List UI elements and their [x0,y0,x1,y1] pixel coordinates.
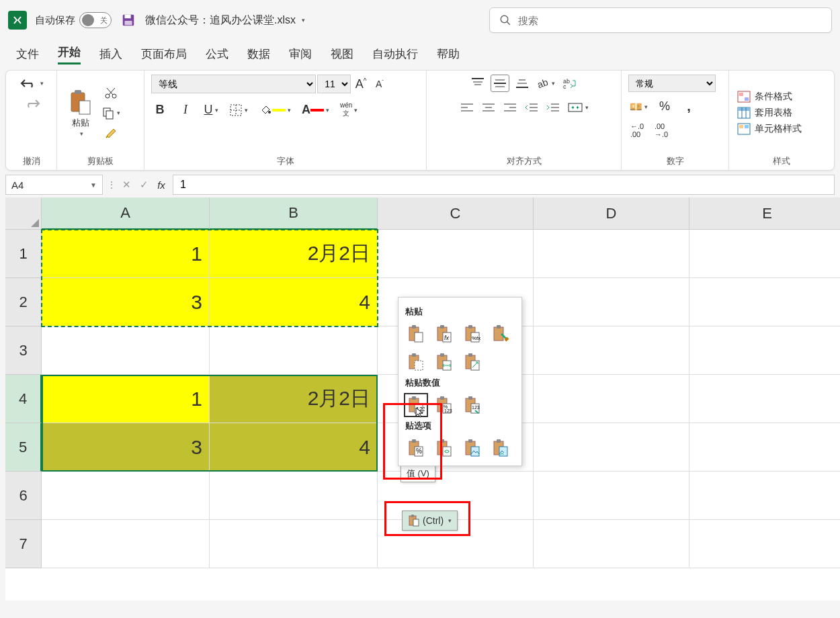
row-header-7[interactable]: 7 [5,520,42,568]
bold-button[interactable]: B [151,101,169,119]
fx-button[interactable]: fx [154,177,169,192]
tab-automate[interactable]: 自动执行 [372,45,418,63]
tab-view[interactable]: 视图 [331,45,353,63]
paste-button[interactable]: 粘贴 ▾ [64,87,97,138]
tab-home[interactable]: 开始 [58,43,81,64]
format-painter-button[interactable] [102,124,120,142]
undo-button[interactable]: ▾ [18,75,45,92]
paste-transpose-button[interactable] [460,350,485,374]
italic-button[interactable]: I [177,101,194,119]
cell-D5[interactable] [534,423,689,472]
font-color-button[interactable]: A▾ [300,101,331,119]
comma-button[interactable]: , [680,97,698,116]
col-header-A[interactable]: A [42,197,210,230]
paste-linked-picture-button[interactable] [489,436,513,460]
row-header-6[interactable]: 6 [5,472,42,520]
search-input[interactable] [518,15,822,26]
name-box[interactable]: A4 ▼ [5,175,103,195]
tab-help[interactable]: 帮助 [437,45,460,63]
cell-A5[interactable]: 3 [42,423,210,472]
decrease-font-button[interactable]: Aˇ [371,75,388,93]
cell-B7[interactable] [210,520,378,568]
paste-values-number-formatting-button[interactable]: %123 [432,393,456,417]
font-size-select[interactable]: 11 [317,75,351,93]
cell-C1[interactable] [378,230,534,278]
paste-link-button[interactable] [432,436,456,460]
cell-B6[interactable] [210,472,378,520]
save-button[interactable] [120,11,137,29]
cell-E7[interactable] [689,520,840,568]
spreadsheet-grid[interactable]: A B C D E 1 2 3 4 5 6 7 1 2月2日 3 4 1 2月2… [5,197,840,601]
copy-button[interactable]: ▾ [100,104,122,122]
orientation-button[interactable]: ab▾ [535,75,556,92]
cell-D7[interactable] [534,520,689,568]
cell-D1[interactable] [534,230,689,278]
cell-D6[interactable] [534,472,689,520]
tab-review[interactable]: 审阅 [289,45,312,63]
col-header-B[interactable]: B [210,197,378,230]
paste-formulas-button[interactable]: fx [432,322,456,346]
tab-layout[interactable]: 页面布局 [141,45,187,63]
increase-indent-button[interactable] [544,99,562,116]
filename-dropdown[interactable]: 微信公众号：追风办公课堂.xlsx ▾ [145,13,305,28]
cell-A1[interactable]: 1 [42,230,210,278]
search-box[interactable] [489,7,832,33]
col-header-C[interactable]: C [378,197,534,230]
autosave-toggle[interactable]: 自动保存 关 [35,12,112,28]
paste-values-source-formatting-button[interactable]: 123 [460,393,485,417]
cell-B3[interactable] [210,326,378,375]
cell-A2[interactable]: 3 [42,278,210,326]
merge-button[interactable]: ▾ [566,99,590,116]
paste-no-borders-button[interactable] [404,350,428,374]
cell-D3[interactable] [534,326,689,375]
format-as-table-button[interactable]: 套用表格 [736,105,803,120]
cell-A3[interactable] [42,326,210,375]
cell-E2[interactable] [689,278,840,326]
confirm-formula-button[interactable]: ✓ [136,177,151,192]
cell-styles-button[interactable]: 单元格样式 [736,122,803,136]
paste-keep-source-formatting-button[interactable] [489,322,513,346]
paste-formatting-button[interactable]: % [404,436,428,460]
cell-D4[interactable] [534,375,689,423]
align-bottom-button[interactable] [513,75,531,92]
cell-E4[interactable] [689,375,840,423]
paste-keep-column-width-button[interactable] [432,350,456,374]
fill-color-button[interactable]: ▾ [257,101,292,119]
cell-A4[interactable]: 1 [42,375,210,423]
align-left-button[interactable] [458,99,476,116]
tab-file[interactable]: 文件 [16,45,39,63]
cell-B1[interactable]: 2月2日 [210,230,378,278]
row-header-5[interactable]: 5 [5,423,42,472]
col-header-D[interactable]: D [534,197,689,230]
cancel-formula-button[interactable]: ✕ [119,177,134,192]
col-header-E[interactable]: E [689,197,840,230]
decrease-indent-button[interactable] [523,99,540,116]
decrease-decimal-button[interactable]: .00→.0 [653,121,670,140]
align-center-button[interactable] [480,99,497,116]
tab-formulas[interactable]: 公式 [206,45,228,63]
redo-button[interactable] [21,95,42,112]
row-header-4[interactable]: 4 [5,375,42,423]
increase-decimal-button[interactable]: ←.0.00 [628,121,646,140]
paste-picture-button[interactable] [460,436,485,460]
font-name-select[interactable]: 等线 [151,75,316,93]
select-all-corner[interactable] [5,197,42,230]
conditional-formatting-button[interactable]: 条件格式 [736,89,803,104]
cell-E5[interactable] [689,423,840,472]
cell-E6[interactable] [689,472,840,520]
cell-B4[interactable]: 2月2日 [210,375,378,423]
cell-B2[interactable]: 4 [210,278,378,326]
row-header-2[interactable]: 2 [5,278,42,326]
cell-A6[interactable] [42,472,210,520]
wrap-text-button[interactable]: abc [560,75,579,92]
paste-formulas-number-button[interactable]: %fx [460,322,485,346]
align-middle-button[interactable] [491,75,509,92]
cell-E3[interactable] [689,326,840,375]
currency-button[interactable]: 💴▾ [628,98,649,116]
cell-A7[interactable] [42,520,210,568]
formula-input[interactable] [173,175,835,195]
cell-D2[interactable] [534,278,689,326]
row-header-3[interactable]: 3 [5,326,42,375]
number-format-select[interactable]: 常规 [628,75,716,92]
row-header-1[interactable]: 1 [5,230,42,278]
